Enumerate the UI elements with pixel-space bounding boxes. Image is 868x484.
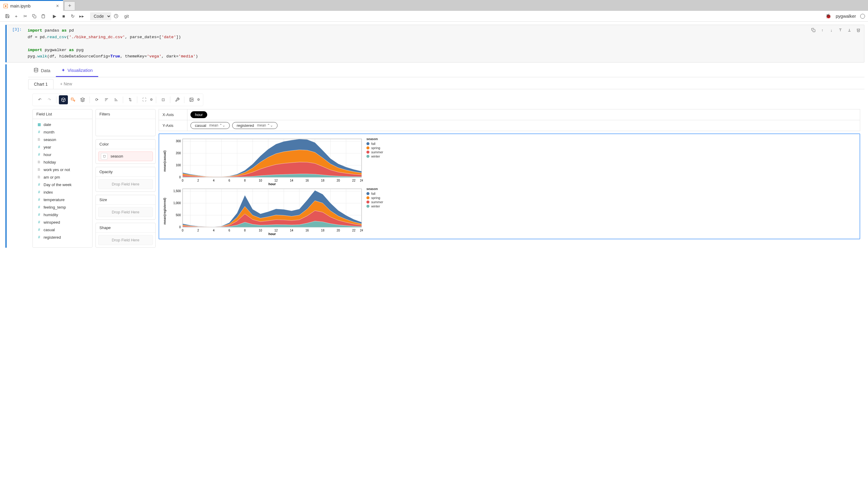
kernel-name[interactable]: pygwalker xyxy=(836,13,856,19)
legend-item-spring[interactable]: spring xyxy=(366,196,383,200)
field-hour[interactable]: #hour xyxy=(34,151,91,159)
field-winspeed[interactable]: #winspeed xyxy=(34,219,91,226)
field-am-or-pm[interactable]: 🗎am or pm xyxy=(34,173,91,181)
field-casual[interactable]: #casual xyxy=(34,226,91,234)
chart-ylabel: mean(registered) xyxy=(162,187,167,235)
svg-text:0: 0 xyxy=(179,176,181,179)
run-all-button[interactable]: ▸▸ xyxy=(78,12,86,21)
duplicate-cell-icon[interactable] xyxy=(810,27,817,33)
remove-color-field-icon[interactable] xyxy=(101,153,107,160)
file-tab-main[interactable]: ■ main.ipynb × xyxy=(0,0,63,11)
field-Day-of-the-week[interactable]: #Day of the week xyxy=(34,181,91,189)
save-button[interactable] xyxy=(3,12,11,21)
svg-text:200: 200 xyxy=(176,151,181,155)
field-list-body: ▦date#month🗎season#year#hour🗎holiday🗎wor… xyxy=(33,119,92,243)
svg-text:hour: hour xyxy=(269,232,276,235)
field-work-yes-or-not[interactable]: 🗎work yes or not xyxy=(34,166,91,173)
legend-item-fall[interactable]: fall xyxy=(366,142,383,145)
copy-button[interactable] xyxy=(30,12,38,21)
color-shelf[interactable]: Color season xyxy=(95,139,156,164)
run-button[interactable]: ▶ xyxy=(51,12,59,21)
redo-button[interactable]: ↷ xyxy=(45,95,54,104)
tab-data[interactable]: Data xyxy=(28,64,56,77)
undo-button[interactable]: ↶ xyxy=(35,95,44,104)
restart-button[interactable]: ↻ xyxy=(68,12,77,21)
bug-icon[interactable]: 🐞 xyxy=(825,13,831,19)
legend-item-winter[interactable]: winter xyxy=(366,154,383,158)
expand-icon[interactable]: ⛶ xyxy=(140,95,149,104)
delete-cell-icon[interactable] xyxy=(855,27,862,33)
encoding-shelves: Filters Color season xyxy=(95,109,156,248)
opacity-shelf[interactable]: Opacity Drop Field Here xyxy=(95,167,156,192)
move-down-icon[interactable]: ↓ xyxy=(828,27,835,33)
y-axis-shelf[interactable]: casualmean ⌃⌄registeredmean ⌃⌄ xyxy=(187,120,860,131)
move-up-icon[interactable]: ↑ xyxy=(819,27,826,33)
field-date[interactable]: ▦date xyxy=(34,121,91,129)
kernel-status-icon[interactable] xyxy=(860,14,865,19)
insert-above-icon[interactable] xyxy=(837,27,844,33)
legend-item-spring[interactable]: spring xyxy=(366,146,383,150)
svg-text:8: 8 xyxy=(244,229,246,232)
svg-rect-1 xyxy=(43,15,44,15)
filters-shelf[interactable]: Filters xyxy=(95,109,156,136)
cell-type-select[interactable]: Code xyxy=(90,12,111,20)
cell-toolbar: ↑ ↓ xyxy=(810,27,862,33)
paste-button[interactable] xyxy=(39,12,48,21)
sort-desc-icon[interactable] xyxy=(112,95,120,104)
field-year[interactable]: #year xyxy=(34,143,91,151)
expand-settings-icon[interactable]: ⚙ xyxy=(149,95,153,104)
insert-below-icon[interactable] xyxy=(846,27,853,33)
cursor-select-icon[interactable] xyxy=(68,95,78,104)
layers-icon[interactable] xyxy=(78,95,87,104)
x-chip-hour[interactable]: hour xyxy=(190,111,207,118)
legend-item-winter[interactable]: winter xyxy=(366,204,383,208)
field-temperature[interactable]: #temperature xyxy=(34,196,91,203)
y-chip-casual[interactable]: casualmean ⌃⌄ xyxy=(190,122,230,129)
output-collapse-bar[interactable] xyxy=(5,64,7,248)
opacity-drop-zone[interactable]: Drop Field Here xyxy=(98,179,153,189)
chart-tab-1[interactable]: Chart 1 xyxy=(28,79,54,89)
x-axis-shelf[interactable]: hour xyxy=(187,109,860,120)
field-month[interactable]: #month xyxy=(34,129,91,136)
color-field-pill[interactable]: season xyxy=(98,151,153,161)
code-cell[interactable]: [3]: import pandas as pd df = pd.read_cs… xyxy=(5,25,864,62)
field-season[interactable]: 🗎season xyxy=(34,136,91,143)
color-label: Color xyxy=(96,140,155,149)
svg-text:300: 300 xyxy=(176,140,181,143)
tab-viz-label: Visualization xyxy=(68,68,93,73)
shape-drop-zone[interactable]: Drop Field Here xyxy=(98,235,153,245)
cube-3d-icon[interactable] xyxy=(59,95,68,104)
field-label: index xyxy=(43,190,53,195)
legend-item-summer[interactable]: summer xyxy=(366,150,383,154)
chart-canvas[interactable]: mean(casual)0100200300024681012141618202… xyxy=(159,134,860,239)
axis-swap-icon[interactable]: ⇅ xyxy=(126,95,134,104)
legend-item-fall[interactable]: fall xyxy=(366,192,383,195)
history-button[interactable] xyxy=(112,12,120,21)
cut-button[interactable]: ✂ xyxy=(21,12,29,21)
add-cell-button[interactable]: + xyxy=(12,12,21,21)
y-chip-registered[interactable]: registeredmean ⌃⌄ xyxy=(232,122,278,129)
refresh-icon[interactable]: ⟳ xyxy=(92,95,101,104)
close-tab-icon[interactable]: × xyxy=(56,3,59,9)
export-settings-icon[interactable]: ⚙ xyxy=(196,95,200,104)
field-label: casual xyxy=(43,228,55,232)
tab-visualization[interactable]: ✦ Visualization xyxy=(56,64,98,77)
shape-shelf[interactable]: Shape Drop Field Here xyxy=(95,223,156,248)
size-drop-zone[interactable]: Drop Field Here xyxy=(98,207,153,217)
git-label[interactable]: git xyxy=(124,14,129,19)
legend-item-summer[interactable]: summer xyxy=(366,200,383,204)
code-editor[interactable]: import pandas as pd df = pd.read_csv('./… xyxy=(25,25,864,62)
stop-button[interactable]: ■ xyxy=(59,12,68,21)
focus-icon[interactable]: ⊡ xyxy=(159,95,167,104)
field-registered[interactable]: #registered xyxy=(34,234,91,241)
add-chart-tab[interactable]: + New xyxy=(55,79,78,89)
size-shelf[interactable]: Size Drop Field Here xyxy=(95,195,156,220)
field-feeling_temp[interactable]: #feeling_temp xyxy=(34,203,91,211)
sort-asc-icon[interactable] xyxy=(102,95,111,104)
field-index[interactable]: #index xyxy=(34,189,91,196)
add-tab-button[interactable]: + xyxy=(64,1,75,10)
image-export-icon[interactable] xyxy=(187,95,196,104)
field-holiday[interactable]: 🗎holiday xyxy=(34,159,91,166)
field-humidity[interactable]: #humidity xyxy=(34,211,91,219)
wrench-icon[interactable] xyxy=(173,95,182,104)
